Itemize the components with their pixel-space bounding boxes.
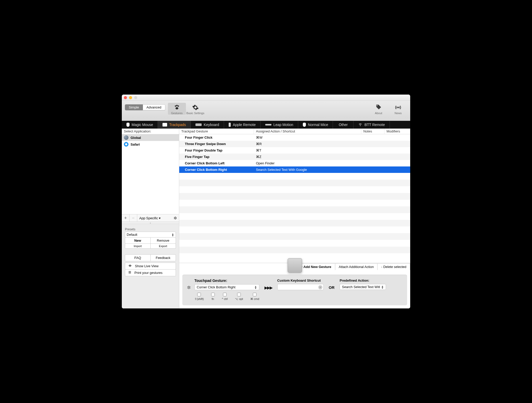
show-live-view-button[interactable]: Show Live View bbox=[125, 263, 176, 270]
mod-cmd[interactable]: ⌘ cmd bbox=[250, 293, 259, 301]
device-tab-leap-motion[interactable]: Leap Motion bbox=[261, 121, 298, 129]
mod-opt-checkbox[interactable] bbox=[237, 293, 241, 296]
cell-action: ⌘T bbox=[254, 147, 361, 154]
device-tabs: Magic Mouse Trackpads Keyboard Apple Rem… bbox=[122, 121, 410, 129]
predefined-action-value: Search Selected Text Witl bbox=[342, 285, 380, 289]
sidebar-header: Select Application: bbox=[122, 129, 179, 134]
device-tab-label: Other bbox=[339, 123, 348, 127]
about-tab[interactable]: About bbox=[370, 103, 388, 115]
add-gesture-button[interactable]: + Add New Gesture bbox=[297, 263, 335, 270]
cell-action: Open Finder bbox=[254, 160, 361, 166]
th-notes[interactable]: Notes bbox=[361, 129, 384, 134]
device-tab-label: Leap Motion bbox=[273, 123, 293, 127]
sidebar-bottom: Presets Default ▲▼ New Remove Import Exp… bbox=[122, 224, 179, 308]
add-app-button[interactable]: + bbox=[122, 214, 130, 222]
table-row[interactable]: Three Finger Swipe Down⌘R bbox=[179, 141, 410, 147]
news-label: News bbox=[394, 112, 402, 115]
svg-point-0 bbox=[175, 105, 176, 107]
minimize-button[interactable] bbox=[129, 96, 132, 99]
empty-row bbox=[179, 233, 410, 240]
predefined-action-select[interactable]: Search Selected Text Witl ▲▼ bbox=[340, 284, 386, 290]
advanced-mode-button[interactable]: Advanced bbox=[143, 104, 165, 110]
th-action[interactable]: Assigned Action / Shortcut bbox=[254, 129, 361, 134]
import-preset-button[interactable]: Import bbox=[125, 244, 150, 248]
updown-icon: ▲▼ bbox=[254, 286, 257, 289]
device-tab-apple-remote[interactable]: Apple Remote bbox=[224, 121, 261, 129]
export-preset-button[interactable]: Export bbox=[150, 244, 176, 248]
shortcut-input[interactable]: ✕ bbox=[277, 284, 324, 290]
mod-shift-checkbox[interactable] bbox=[197, 293, 201, 296]
show-live-label: Show Live View bbox=[135, 264, 159, 268]
cell-action: Search Selected Text With Google bbox=[254, 166, 361, 173]
basic-settings-tab[interactable]: Basic Settings bbox=[186, 103, 204, 115]
app-list: Global Safari bbox=[122, 134, 179, 214]
device-tab-other[interactable]: Other bbox=[333, 121, 354, 129]
th-modifiers[interactable]: Modifiers bbox=[384, 129, 410, 134]
table-row[interactable]: Corner Click Bottom LeftOpen Finder bbox=[179, 160, 410, 166]
toolbar: Simple Advanced Gestures Basic Settings … bbox=[122, 101, 410, 121]
mod-cmd-checkbox[interactable] bbox=[253, 293, 256, 296]
presets-box: Presets Default ▲▼ New Remove Import Exp… bbox=[125, 228, 176, 249]
sidebar-settings-button[interactable]: ✲ bbox=[171, 216, 179, 221]
simple-mode-button[interactable]: Simple bbox=[125, 104, 143, 110]
cell-notes bbox=[361, 154, 384, 160]
sidebar-grip[interactable]: ● bbox=[122, 222, 179, 224]
mod-ctrl-checkbox[interactable] bbox=[223, 293, 227, 296]
remove-preset-button[interactable]: Remove bbox=[150, 238, 176, 244]
about-label: About bbox=[375, 112, 382, 115]
mod-fn-checkbox[interactable] bbox=[211, 293, 215, 296]
app-specific-dropdown[interactable]: App Specific ▾ bbox=[137, 216, 171, 220]
device-tab-keyboard[interactable]: Keyboard bbox=[191, 121, 224, 129]
feedback-button[interactable]: Feedback bbox=[150, 255, 176, 261]
gesture-editor: ✲ Touchpad Gesture: Corner Click Bottom … bbox=[182, 275, 407, 305]
device-tab-label: Normal Mice bbox=[308, 123, 328, 127]
app-specific-label: App Specific bbox=[139, 216, 158, 220]
table-row[interactable]: Five Finger Tap⌘Z bbox=[179, 154, 410, 160]
print-gestures-button[interactable]: Print your gestures bbox=[125, 269, 176, 276]
table-row[interactable]: Four Finger Click⌘W bbox=[179, 134, 410, 141]
device-tab-trackpads[interactable]: Trackpads bbox=[158, 121, 191, 129]
mod-fn[interactable]: fn bbox=[211, 293, 215, 301]
device-tab-normal-mice[interactable]: Normal Mice bbox=[298, 121, 333, 129]
news-tab[interactable]: News bbox=[389, 103, 407, 115]
table-row[interactable]: Four Finger Double Tap⌘T bbox=[179, 147, 410, 154]
editor-gear-button[interactable]: ✲ bbox=[187, 285, 191, 290]
mod-ctrl[interactable]: ^ ctrl bbox=[222, 293, 228, 301]
faq-button[interactable]: FAQ bbox=[125, 255, 150, 261]
preset-select[interactable]: Default ▲▼ bbox=[125, 232, 176, 238]
cell-action: ⌘W bbox=[254, 134, 361, 141]
modifier-row: ⇧(shift) fn ^ ctrl ⌥ opt ⌘ cmd bbox=[194, 293, 259, 301]
table-row[interactable]: Corner Click Bottom RightSearch Selected… bbox=[179, 166, 410, 173]
th-gesture[interactable]: Trackpad Gesture bbox=[179, 129, 254, 134]
gestures-tab[interactable]: Gestures bbox=[168, 103, 186, 115]
table-header-row: Trackpad Gesture Assigned Action / Short… bbox=[179, 129, 410, 134]
empty-row bbox=[179, 173, 410, 180]
empty-row bbox=[179, 247, 410, 253]
zoom-button[interactable] bbox=[134, 96, 137, 99]
clear-shortcut-button[interactable]: ✕ bbox=[318, 285, 322, 289]
cell-gesture: Corner Click Bottom Right bbox=[179, 166, 254, 173]
gesture-select[interactable]: Corner Click Bottom Right ▲▼ bbox=[194, 284, 259, 290]
close-button[interactable] bbox=[124, 96, 127, 99]
device-tab-magic-mouse[interactable]: Magic Mouse bbox=[122, 121, 158, 129]
delete-gesture-button[interactable]: - Delete selected bbox=[377, 263, 410, 270]
mod-opt[interactable]: ⌥ opt bbox=[235, 293, 243, 301]
device-tab-label: BTT Remote bbox=[364, 123, 385, 127]
leap-icon bbox=[265, 124, 271, 125]
remove-app-button[interactable]: − bbox=[130, 214, 137, 222]
mod-label: ⌘ cmd bbox=[250, 297, 259, 301]
app-item-label: Global bbox=[131, 136, 141, 140]
list-icon bbox=[128, 271, 132, 275]
gestures-label: Gestures bbox=[171, 112, 183, 115]
device-tab-label: Keyboard bbox=[204, 123, 219, 127]
mod-label: fn bbox=[212, 297, 214, 300]
attach-action-button[interactable]: Attach Additional Action bbox=[335, 263, 377, 270]
svg-point-5 bbox=[360, 125, 361, 126]
app-item-safari[interactable]: Safari bbox=[122, 141, 179, 148]
new-preset-button[interactable]: New bbox=[125, 238, 150, 244]
device-tab-btt-remote[interactable]: BTT Remote bbox=[354, 121, 390, 129]
mod-shift[interactable]: ⇧(shift) bbox=[194, 293, 204, 301]
globe-icon bbox=[124, 135, 128, 140]
app-item-global[interactable]: Global bbox=[122, 134, 179, 141]
empty-row bbox=[179, 200, 410, 206]
